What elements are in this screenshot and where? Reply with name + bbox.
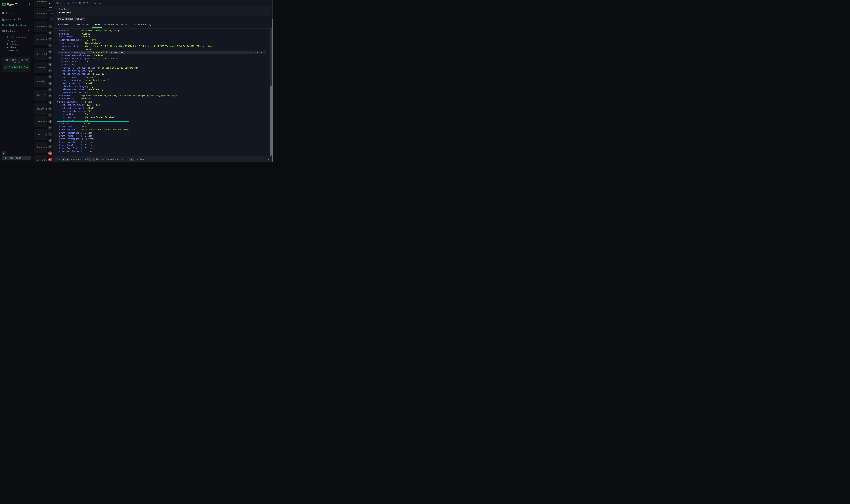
trace-row[interactable]: service.version"latest" [53,82,273,85]
event-marker[interactable] [47,61,53,68]
sidebar-item-client-sessions[interactable]: Client Sessions [2,23,26,27]
sidebar-item-chart-explorer[interactable]: Chart Explorer [2,17,24,21]
event-marker[interactable] [47,125,53,131]
trace-row[interactable]: Links.Attributes[] 0 items [53,150,273,153]
session-list-item[interactable]: Walton9@ho [34,49,47,60]
trace-panel-scrollbar[interactable] [270,28,272,156]
trace-row[interactable]: process.executable.name"checkout" [53,54,273,57]
esc-keycap[interactable]: ESC [128,158,134,161]
tab-column-values[interactable]: Column Values [71,22,92,28]
get-started-button[interactable]: Get Started for Free [4,65,29,69]
event-marker[interactable] [47,74,53,80]
preset-item-clickhouse[interactable]: Clickhouse [6,43,18,46]
local-mode-menu[interactable]: U Local mode › [2,156,31,160]
event-marker[interactable] [47,131,53,138]
tab-surrounding-context[interactable]: Surrounding Context [102,22,131,28]
trace-row[interactable]: ServiceName"checkout" [53,35,273,38]
arrow-left-keycap[interactable]: ← [62,158,65,161]
session-list-item[interactable]: Shaniya.So [34,76,47,87]
trace-row[interactable]: StatusCode"Error" [53,125,273,128]
scrollbar-thumb[interactable] [270,86,272,156]
trace-row[interactable]: Links.SpanId[] 0 items [53,144,273,147]
caret-expanded-icon[interactable] [57,102,58,102]
tab-trace[interactable]: Trace [92,22,102,28]
event-marker[interactable] [47,119,53,125]
session-list-item[interactable]: Ernesto33@ [34,116,47,127]
event-marker[interactable] [47,106,53,112]
event-marker[interactable] [47,112,53,118]
event-marker[interactable] [47,93,53,99]
trace-row[interactable]: StatusMessage"Visa cache full: cannot ad… [53,128,273,131]
j-keycap[interactable]: j [92,158,95,161]
preset-item-services[interactable]: Services [6,46,16,49]
trace-row[interactable]: host.name"0faab73597c5" [53,41,273,44]
trace-row[interactable]: net.sock.peer.port"50051" [53,107,273,110]
session-list-item[interactable]: Deion37@gm [34,34,47,46]
brand-logo[interactable]: HyperDX [2,2,18,6]
event-marker[interactable] [47,36,53,42]
event-marker[interactable] [47,68,53,74]
trace-row[interactable]: rpc.system"grpc" [53,119,273,122]
trace-row[interactable]: process.runtime.description"go version g… [53,66,273,69]
trace-row[interactable]: process.pid"1" [53,63,273,66]
event-marker[interactable] [47,144,53,150]
trace-row[interactable]: SpanName"oteldemo.PaymentService/Charge" [53,29,273,32]
preset-item-kubernetes[interactable]: Kubernetes [6,50,18,52]
caret-collapsed-icon[interactable]: › [59,51,61,53]
trace-row[interactable]: ScopeName"go.opentelemetry.io/contrib/in… [53,94,273,97]
trace-row[interactable]: net.sock.peer.addr"172.28.0.10" [53,104,273,107]
trace-row[interactable]: Duration"28656333" [53,122,273,125]
k-keycap[interactable]: k [87,158,91,161]
page-scrollbar[interactable] [272,0,273,162]
session-list-item[interactable]: Anonymous [34,8,47,19]
create-dashboard-button[interactable]: + Create Dashboard [4,36,27,38]
copy-value-button[interactable]: Copy Value [253,51,266,54]
session-list-item[interactable]: Anonymous [34,0,47,7]
service-name-chip[interactable]: ServiceName: frontend [56,17,86,21]
trace-row[interactable]: service.namespace"opentelemetry-demo" [53,79,273,82]
trace-row[interactable]: ›process.command_args"["./checkout"]"Exp… [53,51,273,54]
trace-row[interactable]: Links.TraceState[] 0 items [53,147,273,150]
trace-row[interactable]: SpanKind"Client" [53,32,273,35]
event-marker[interactable] [47,87,53,93]
sidebar-item-search[interactable]: Search [2,11,14,15]
trace-row[interactable]: process.runtime.name"go" [53,69,273,73]
trace-row[interactable]: Events.Name[] 0 items [53,134,273,138]
event-marker[interactable] [47,49,53,55]
sidebar-item-dashboards[interactable]: Dashboards [2,29,19,33]
trace-row[interactable]: os.description"Alpine Linux 3.21.3 (Linu… [53,44,273,48]
trace-row[interactable]: service.name"checkout" [53,75,273,79]
trace-row[interactable]: rpc.method"Charge" [53,113,273,116]
session-list-item[interactable]: Roderick_S [34,62,47,73]
help-button[interactable]: ? [2,151,5,155]
trace-row[interactable]: Events.Timestamp[] 0 items [53,131,273,134]
trace-row[interactable]: os.type"linux" [53,48,273,51]
arrow-right-keycap[interactable]: → [66,158,69,161]
event-marker[interactable] [47,42,53,49]
session-list-item[interactable]: Howard.Run [34,104,47,114]
session-list-item[interactable]: Kieran92@h [34,90,47,101]
trace-row[interactable]: process.runtime.version"go1.22.12" [53,73,273,76]
trace-row[interactable]: ScopeVersion"0.60.0" [53,97,273,101]
trace-row[interactable]: telemetry.sdk.version"1.35.0" [53,91,273,94]
trace-row[interactable]: telemetry.sdk.name"opentelemetry" [53,88,273,91]
trace-row[interactable]: ResourceAttributes{} 17 keys [53,38,273,41]
tab-session-replay[interactable]: Session Replay [131,22,153,28]
tab-overview[interactable]: Overview [56,22,71,28]
event-marker[interactable] [47,100,53,106]
expand-json-button[interactable]: Expand JSON [110,51,125,54]
event-marker[interactable] [47,138,53,144]
event-marker-error[interactable] [47,150,53,157]
trace-row[interactable]: telemetry.sdk.language"go" [53,85,273,88]
highlighted-toggle-button[interactable]: H [50,17,53,21]
scrollbar-thumb[interactable] [272,19,273,162]
sidebar-collapse-icon[interactable] [27,3,30,6]
session-list-item[interactable]: Dolly.Lubo [34,155,47,162]
trace-row[interactable]: Events.Attributes[] 0 items [53,138,273,141]
event-marker[interactable] [47,23,53,30]
trace-row[interactable]: process.owner"root" [53,60,273,63]
caret-expanded-icon[interactable] [57,40,58,40]
session-list-item[interactable]: Pearl43@ho [34,129,47,140]
trace-row[interactable]: process.executable.path"/usr/src/app/che… [53,57,273,60]
trace-row[interactable]: Links.TraceId[] 0 items [53,141,273,144]
